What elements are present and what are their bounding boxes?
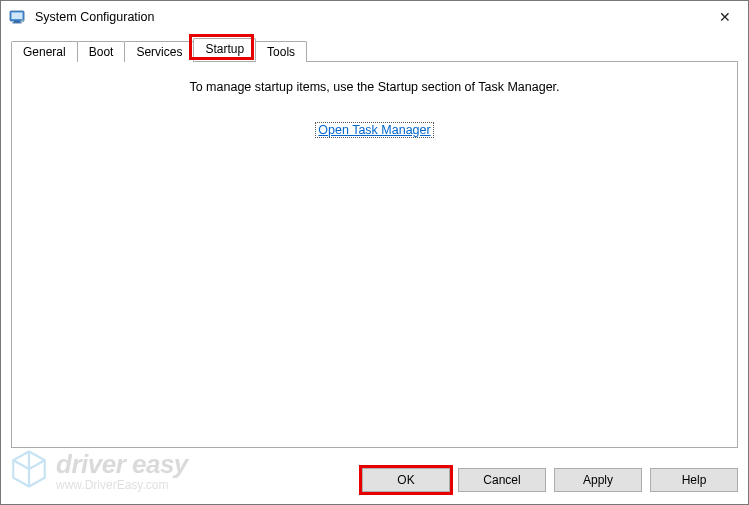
- tab-services[interactable]: Services: [124, 41, 194, 62]
- svg-rect-3: [13, 22, 22, 23]
- close-button[interactable]: ✕: [702, 1, 748, 33]
- apply-button[interactable]: Apply: [554, 468, 642, 492]
- app-icon: [9, 8, 27, 26]
- svg-rect-2: [14, 21, 20, 22]
- tab-boot[interactable]: Boot: [77, 41, 126, 62]
- open-task-manager-link[interactable]: Open Task Manager: [315, 122, 433, 138]
- tab-panel-startup: To manage startup items, use the Startup…: [11, 61, 738, 448]
- cancel-button[interactable]: Cancel: [458, 468, 546, 492]
- content-area: General Boot Services Startup Tools To m…: [1, 33, 748, 458]
- help-button[interactable]: Help: [650, 468, 738, 492]
- tab-tools[interactable]: Tools: [255, 41, 307, 62]
- window-title: System Configuration: [35, 10, 702, 24]
- tab-general[interactable]: General: [11, 41, 78, 62]
- tab-row: General Boot Services Startup Tools: [11, 39, 738, 61]
- dialog-button-row: OK Cancel Apply Help: [1, 458, 748, 504]
- startup-info-text: To manage startup items, use the Startup…: [12, 80, 737, 94]
- system-configuration-window: System Configuration ✕ General Boot Serv…: [0, 0, 749, 505]
- svg-rect-1: [12, 13, 23, 20]
- ok-button[interactable]: OK: [362, 468, 450, 492]
- tab-startup[interactable]: Startup: [193, 38, 256, 61]
- titlebar: System Configuration ✕: [1, 1, 748, 33]
